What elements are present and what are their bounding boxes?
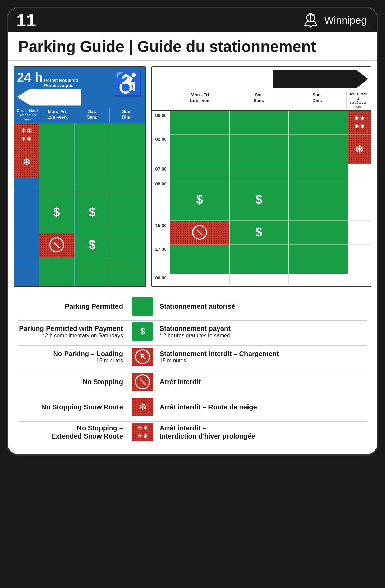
city-logo: Winnipeg (300, 12, 367, 29)
legend-right-label-2: Stationnement payant (160, 324, 367, 333)
green-dollar-icon: $ (132, 322, 153, 341)
rsun-cell-6 (289, 245, 348, 274)
sun-col-header-right: Sun. Dim. (288, 91, 346, 110)
mon-fri-col-right: $ (170, 111, 229, 285)
snow-col-cell-5 (14, 233, 39, 257)
rmf-cell-1 (170, 111, 229, 135)
divider-4 (18, 396, 367, 396)
sat-col-right: $ $ (229, 111, 289, 285)
mf-cell-3 (39, 177, 74, 192)
left-chart: 24 h Permit Required Permis requis ♿ Dec… (14, 66, 146, 287)
legend: Parking Permitted Stationnement autorisé… (8, 290, 377, 454)
legend-right-label-6b: Interdiction d'hiver prolongée (160, 432, 367, 440)
mf-cell-2 (39, 147, 74, 177)
rsun-cell-2 (289, 135, 348, 164)
sun-cell-6 (110, 257, 145, 286)
time-1730: 17:30 (152, 245, 170, 274)
rsnow-cell-6 (348, 245, 371, 274)
sun-col-left (110, 123, 145, 286)
rmf-cell-5 (170, 221, 229, 245)
legend-left-6: No Stopping – Extended Snow Route (18, 424, 127, 440)
main-card: 11 Winnipeg Parking Guide | Guide du sta… (7, 7, 378, 456)
sat-cell-5: $ (75, 233, 110, 257)
rsun-cell-1 (289, 111, 348, 135)
snow-col-cell-1: ❄ ❄ ❄ ❄ (14, 123, 39, 147)
legend-icon-1 (132, 297, 153, 316)
legend-right-3: Stationnement interdit – Chargement 15 m… (158, 350, 367, 364)
rsat-cell-2 (230, 135, 289, 164)
legend-left-2: Parking Permitted with Payment *2 h comp… (18, 324, 127, 339)
snow-col-right: ❄ ❄ ❄ ❄ ❄ (348, 111, 371, 285)
legend-icon-3: P (132, 348, 153, 366)
rmf-cell-3 (170, 164, 229, 179)
legend-label-6a: No Stopping – (18, 424, 123, 432)
sat-cell-3 (75, 177, 110, 192)
rsnow-cell-2: ❄ (348, 135, 371, 164)
header: 11 Winnipeg (8, 8, 377, 32)
snow-col-cell-3 (14, 177, 39, 192)
legend-row-5: No Stopping Snow Route ❄ Arrêt interdit … (18, 398, 367, 416)
time-offset (153, 91, 171, 110)
mon-fri-col-header-right: Mon.–Fri. Lun.–ven. (171, 91, 230, 110)
time-0000b: 00:00 (152, 274, 170, 285)
right-chart-header (152, 67, 371, 91)
legend-row-6: No Stopping – Extended Snow Route ❄ ❄ ❄ … (18, 423, 367, 441)
time-0200: 02:00 (152, 135, 170, 164)
legend-label-4: No Stopping (82, 378, 123, 386)
legend-right-label-3: Stationnement interdit – Chargement (160, 350, 367, 358)
legend-right-label-4: Arrêt interdit (160, 378, 201, 386)
rmf-cell-6 (170, 245, 229, 274)
snow-col-cell-4 (14, 192, 39, 233)
snow-col-left: ❄ ❄ ❄ ❄ ❄ (14, 123, 39, 286)
sat-col-header-right: Sat. Sam. (230, 91, 288, 110)
mf-cell-4: $ (39, 192, 74, 233)
rsun-cell-4 (289, 179, 348, 221)
legend-right-sub-3: 15 minutes (160, 358, 367, 364)
legend-right-1: Stationnement autorisé (158, 302, 367, 310)
sun-cell-2 (110, 147, 145, 177)
logo-text: Winnipeg (324, 15, 367, 26)
no-stop-icon (132, 373, 153, 391)
legend-row-3: No Parking – Loading 15 minutes P Statio… (18, 348, 367, 366)
legend-icon-6: ❄ ❄ ❄ ❄ (132, 423, 153, 441)
divider-1 (18, 320, 367, 321)
time-0000: 00:00 (152, 111, 170, 135)
winnipeg-logo-icon (300, 12, 321, 29)
rsnow-cell-3 (348, 164, 371, 179)
title-bar: Parking Guide | Guide du stationnement (8, 32, 377, 61)
rsat-cell-4: $ (230, 179, 289, 221)
legend-right-4: Arrêt interdit (158, 378, 367, 386)
mon-fri-col-header-left: Mon.–Fri. Lun.–ven. (40, 108, 75, 123)
sat-cell-1 (75, 123, 110, 147)
sun-cell-5 (110, 233, 145, 257)
rsnow-cell-1: ❄ ❄ ❄ ❄ (348, 111, 371, 135)
legend-row-4: No Stopping Arrêt interdit (18, 373, 367, 391)
time-0700: 07:00 (152, 164, 170, 179)
sat-col-header-left: Sat. Sam. (75, 108, 109, 123)
legend-label-6b: Extended Snow Route (18, 432, 123, 440)
legend-label-2: Parking Permitted with Payment (18, 324, 123, 333)
legend-label-1: Parking Permitted (65, 303, 123, 310)
snow-col-header-right: Dec. 1–Mar. 1 1er déc.-1er mars (346, 91, 369, 110)
legend-row-1: Parking Permitted Stationnement autorisé (18, 297, 367, 316)
legend-left-4: No Stopping (18, 378, 127, 386)
left-chart-time-area: 24 h Permit Required Permis requis (17, 70, 110, 106)
rsat-cell-6 (230, 245, 289, 274)
legend-right-6: Arrêt interdit – Interdiction d'hiver pr… (158, 424, 367, 440)
legend-row-2: Parking Permitted with Payment *2 h comp… (18, 322, 367, 341)
left-col-headers: Dec. 1–Mar. 1 1er déc.-1er mars Mon.–Fri… (14, 108, 145, 123)
legend-left-3: No Parking – Loading 15 minutes (18, 350, 127, 364)
legend-sublabel-2: *2 h complimentary on Saturdays (18, 333, 123, 339)
green-icon-1 (132, 297, 153, 316)
divider-2 (18, 345, 367, 346)
legend-label-3: No Parking – Loading (18, 350, 123, 358)
rsun-cell-5 (289, 221, 348, 245)
snow-single-icon: ❄ (132, 398, 153, 416)
left-arrow (17, 89, 81, 106)
legend-right-5: Arrêt interdit – Route de neige (158, 403, 367, 411)
legend-label-5: No Stopping Snow Route (41, 403, 123, 411)
sat-cell-6 (75, 257, 110, 286)
rsnow-cell-4 (348, 179, 371, 221)
left-grid: ❄ ❄ ❄ ❄ ❄ (14, 123, 145, 286)
no-park-icon: P (132, 348, 153, 366)
